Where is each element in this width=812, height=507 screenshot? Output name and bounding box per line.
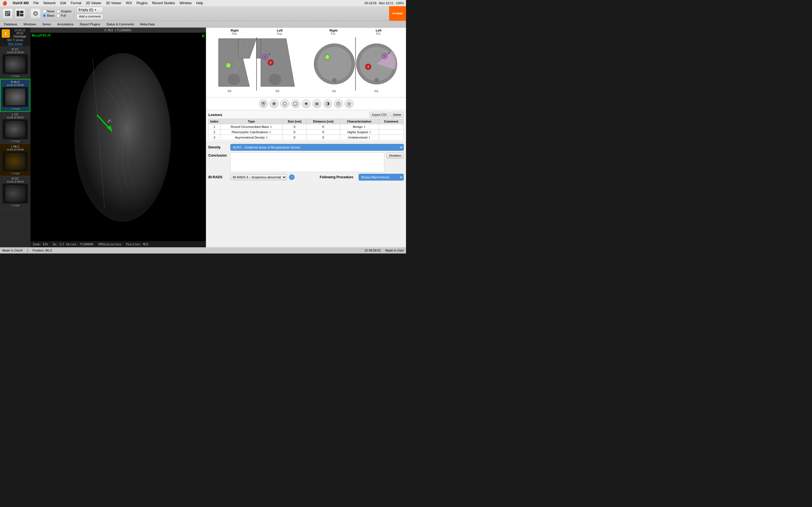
image-bottom-bar: Zoom: 62% Im: 1/1 Series: 71100000 JPEGL…: [31, 241, 206, 247]
basic-radio[interactable]: Basic: [43, 14, 55, 17]
svg-text:1: 1: [228, 64, 229, 67]
delete-btn[interactable]: Delete: [391, 112, 404, 117]
export-csv-btn[interactable]: Export CSV: [370, 112, 389, 117]
row3-index: 3: [209, 135, 220, 140]
row2-type-stepper[interactable]: ⇕: [269, 131, 271, 134]
menu-help[interactable]: Help: [196, 1, 203, 5]
none-radio[interactable]: None: [43, 10, 55, 13]
icon-starburst[interactable]: [302, 99, 311, 108]
view-mode-btn[interactable]: [30, 8, 41, 19]
svg-point-16: [111, 121, 111, 122]
sidebar-item-rcc2[interactable]: R CC 14.09.15 08:53 1 Image: [0, 176, 31, 208]
row1-distance: 0: [306, 124, 340, 129]
icon-star[interactable]: [345, 99, 354, 108]
help-btn[interactable]: ?: [289, 174, 295, 180]
svg-point-17: [109, 119, 109, 119]
icon-spiculated[interactable]: [269, 99, 278, 108]
svg-text:Int.: Int.: [332, 89, 336, 93]
lmlo-thumb[interactable]: [3, 152, 28, 171]
menu-plugins[interactable]: Plugins: [137, 1, 147, 5]
rcc2-thumb[interactable]: [3, 184, 28, 203]
svg-rect-4: [17, 11, 19, 16]
oblique-svg[interactable]: Inf. Inf. 1 2: [213, 36, 300, 95]
row3-char-stepper[interactable]: ⇕: [368, 136, 370, 139]
icon-half[interactable]: [323, 99, 332, 108]
row2-index: 2: [209, 129, 220, 135]
bottom-form: Density ACR2 – Scattered areas of fibrog…: [206, 142, 406, 247]
empty-dropdown[interactable]: Empty (0) ▼: [77, 7, 103, 13]
row1-type-stepper[interactable]: ⇕: [270, 125, 272, 128]
tab-windows[interactable]: Windows: [20, 21, 39, 27]
sidebar-item-lcc[interactable]: L CC 14.09.15 08:52 1 Image: [0, 112, 31, 144]
menu-3dviewer[interactable]: 3D Viewer: [106, 1, 121, 5]
sidebar-item-rmlo[interactable]: R MLO 14.09.15 08:56 1 Image: [0, 79, 31, 112]
status-made-in2: Made In Osiri: [386, 249, 404, 252]
svg-point-71: [315, 104, 317, 105]
cc-labels: Right Ext. Left Ext.: [310, 29, 401, 35]
following-procedure-select[interactable]: Biopsy Mammotome: [359, 174, 404, 180]
row1-char: Benign ⇕: [340, 124, 378, 129]
mammo-image[interactable]: [31, 27, 206, 247]
lmlo-label: L MLO: [2, 145, 29, 148]
row3-char: Undetermined ⇕: [340, 135, 378, 140]
main-image-panel[interactable]: R MLO (71100000) Image size: 3328 x 4096…: [31, 27, 206, 247]
tab-report-plugins[interactable]: Report Plugins: [77, 21, 103, 27]
row3-type-stepper[interactable]: ⇕: [266, 136, 268, 139]
full-radio[interactable]: Full: [56, 14, 72, 17]
menu-file[interactable]: File: [33, 1, 39, 5]
menu-roi[interactable]: ROI: [126, 1, 132, 5]
svg-point-37: [264, 56, 266, 58]
tab-meta-data[interactable]: Meta-Data: [137, 21, 157, 27]
row1-comment[interactable]: [378, 124, 403, 129]
sidebar-item-lmlo[interactable]: L MLO 14.09.15 08:58 1 Image: [0, 144, 31, 176]
row1-char-stepper[interactable]: ⇕: [363, 125, 366, 128]
zoom-info: Zoom: 62%: [33, 243, 48, 246]
icon-lobular[interactable]: [259, 99, 268, 108]
layout-btn[interactable]: [15, 8, 26, 19]
row2-char-stepper[interactable]: ⇕: [369, 131, 371, 134]
menu-osirixml[interactable]: OsiriX MD: [13, 1, 29, 5]
rcc-thumb[interactable]: [3, 54, 28, 74]
svg-text:1: 1: [326, 55, 328, 58]
icon-grouped[interactable]: [312, 99, 321, 108]
tab-status-comments[interactable]: Status & Comments: [103, 21, 137, 27]
tab-series[interactable]: Series: [40, 21, 54, 27]
sidebar-study-header[interactable]: 1 14.09.15 08:50 Depistage MG: 5 series …: [0, 27, 31, 47]
lesions-actions: Export CSV Delete: [370, 112, 404, 117]
rcc-date: 14.09.15 08:50: [2, 51, 29, 54]
col-characterization: Characterization: [340, 119, 378, 124]
row3-comment[interactable]: [378, 135, 403, 140]
toolbar-sep-1: [28, 9, 28, 18]
graphic-radio[interactable]: Graphic: [56, 10, 72, 13]
study-name: Depistage: [11, 35, 29, 38]
database-btn[interactable]: [2, 8, 13, 19]
tab-database[interactable]: Database: [1, 21, 20, 27]
lcc-thumb[interactable]: [3, 119, 28, 139]
row2-comment[interactable]: [378, 129, 403, 135]
menu-window[interactable]: Window: [180, 1, 192, 5]
hide-series-btn[interactable]: Hide Series: [2, 42, 29, 45]
svg-point-57: [262, 103, 264, 106]
cc-svg[interactable]: Int. Int. 1 2: [312, 36, 399, 95]
add-comment-btn[interactable]: Add a comment: [77, 14, 103, 20]
conclusion-textarea[interactable]: [231, 152, 384, 172]
icon-irregular[interactable]: [291, 99, 300, 108]
dictation-btn[interactable]: Dictation: [387, 152, 404, 159]
menu-edit[interactable]: Edit: [60, 1, 66, 5]
rcc-label: R CC: [2, 48, 29, 51]
density-select[interactable]: ACR2 – Scattered areas of fibroglandular…: [231, 144, 404, 151]
menu-2dviewer[interactable]: 2D Viewer: [86, 1, 101, 5]
statusbar: Made In OsiriX | Position: MLO 15 08:58:…: [0, 247, 406, 253]
menu-format[interactable]: Format: [70, 1, 81, 5]
icon-clock[interactable]: [334, 99, 343, 108]
menu-network[interactable]: Network: [43, 1, 56, 5]
sidebar-item-rcc[interactable]: R CC 14.09.15 08:50 1 Image: [0, 47, 31, 79]
tab-annotations[interactable]: Annotations: [54, 21, 77, 27]
rmlo-thumb[interactable]: [3, 87, 28, 107]
icon-round[interactable]: [280, 99, 289, 108]
birads-select[interactable]: BI-RADS 4 – Suspicious abnormality: [231, 174, 287, 180]
svg-text:3: 3: [269, 53, 270, 55]
apple-menu[interactable]: 🍎: [2, 1, 7, 5]
oblique-diagram: Right Sup. Left Sup.: [211, 29, 302, 95]
menu-recent-studies[interactable]: Recent Studies: [152, 1, 175, 5]
